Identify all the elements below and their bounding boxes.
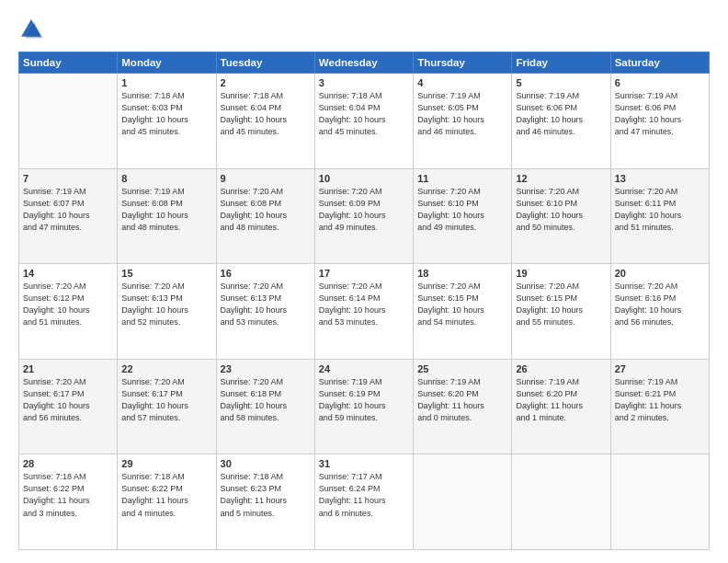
day-number: 27 (615, 363, 705, 374)
calendar-day-cell: 3Sunrise: 7:18 AMSunset: 6:04 PMDaylight… (314, 74, 413, 169)
calendar-day-cell: 19Sunrise: 7:20 AMSunset: 6:15 PMDayligh… (512, 264, 610, 360)
day-detail: Sunrise: 7:17 AMSunset: 6:24 PMDaylight:… (319, 471, 409, 519)
weekday-header-monday: Monday (118, 52, 216, 74)
calendar-day-cell: 7Sunrise: 7:19 AMSunset: 6:07 PMDaylight… (19, 168, 118, 264)
day-detail: Sunrise: 7:18 AMSunset: 6:23 PMDaylight:… (221, 471, 311, 519)
day-detail: Sunrise: 7:18 AMSunset: 6:22 PMDaylight:… (121, 471, 211, 519)
calendar-week-row: 1Sunrise: 7:18 AMSunset: 6:03 PMDaylight… (19, 74, 710, 169)
calendar-day-cell: 1Sunrise: 7:18 AMSunset: 6:03 PMDaylight… (118, 74, 216, 169)
day-detail: Sunrise: 7:19 AMSunset: 6:19 PMDaylight:… (319, 376, 409, 424)
calendar-day-cell: 16Sunrise: 7:20 AMSunset: 6:13 PMDayligh… (216, 264, 314, 360)
day-detail: Sunrise: 7:20 AMSunset: 6:12 PMDaylight:… (23, 281, 113, 328)
calendar-day-cell: 4Sunrise: 7:19 AMSunset: 6:05 PMDaylight… (414, 74, 512, 169)
day-detail: Sunrise: 7:19 AMSunset: 6:20 PMDaylight:… (417, 376, 507, 424)
day-detail: Sunrise: 7:18 AMSunset: 6:03 PMDaylight:… (121, 90, 211, 138)
day-number: 18 (417, 268, 507, 279)
day-detail: Sunrise: 7:18 AMSunset: 6:04 PMDaylight:… (221, 90, 311, 138)
day-detail: Sunrise: 7:18 AMSunset: 6:22 PMDaylight:… (23, 471, 113, 519)
day-detail: Sunrise: 7:20 AMSunset: 6:10 PMDaylight:… (417, 186, 507, 234)
calendar-day-cell: 31Sunrise: 7:17 AMSunset: 6:24 PMDayligh… (314, 454, 413, 550)
calendar-day-cell: 23Sunrise: 7:20 AMSunset: 6:18 PMDayligh… (216, 359, 314, 454)
day-number: 14 (23, 268, 113, 279)
calendar-day-cell: 10Sunrise: 7:20 AMSunset: 6:09 PMDayligh… (314, 168, 413, 264)
calendar-header-row: SundayMondayTuesdayWednesdayThursdayFrid… (19, 52, 710, 74)
day-detail: Sunrise: 7:19 AMSunset: 6:07 PMDaylight:… (23, 186, 113, 234)
day-detail: Sunrise: 7:19 AMSunset: 6:20 PMDaylight:… (516, 376, 606, 424)
day-number: 7 (23, 173, 113, 184)
calendar-day-cell (414, 454, 512, 550)
day-number: 8 (121, 173, 211, 184)
day-number: 2 (221, 77, 311, 88)
day-number: 5 (516, 77, 606, 88)
day-detail: Sunrise: 7:20 AMSunset: 6:16 PMDaylight:… (615, 281, 705, 328)
calendar-week-row: 7Sunrise: 7:19 AMSunset: 6:07 PMDaylight… (19, 168, 710, 264)
calendar-day-cell: 12Sunrise: 7:20 AMSunset: 6:10 PMDayligh… (512, 168, 610, 264)
day-detail: Sunrise: 7:19 AMSunset: 6:06 PMDaylight:… (516, 90, 606, 138)
day-detail: Sunrise: 7:20 AMSunset: 6:10 PMDaylight:… (516, 186, 606, 234)
day-detail: Sunrise: 7:18 AMSunset: 6:04 PMDaylight:… (319, 90, 409, 138)
calendar-day-cell: 17Sunrise: 7:20 AMSunset: 6:14 PMDayligh… (314, 264, 413, 360)
day-number: 6 (615, 77, 705, 88)
day-detail: Sunrise: 7:19 AMSunset: 6:05 PMDaylight:… (417, 90, 507, 138)
day-detail: Sunrise: 7:20 AMSunset: 6:15 PMDaylight:… (516, 281, 606, 328)
calendar-day-cell: 15Sunrise: 7:20 AMSunset: 6:13 PMDayligh… (118, 264, 216, 360)
calendar-day-cell: 22Sunrise: 7:20 AMSunset: 6:17 PMDayligh… (118, 359, 216, 454)
calendar-week-row: 14Sunrise: 7:20 AMSunset: 6:12 PMDayligh… (19, 264, 710, 360)
day-number: 10 (319, 173, 409, 184)
calendar-day-cell: 26Sunrise: 7:19 AMSunset: 6:20 PMDayligh… (512, 359, 610, 454)
day-number: 30 (221, 458, 311, 469)
day-number: 25 (417, 363, 507, 374)
weekday-header-saturday: Saturday (610, 52, 709, 74)
calendar-day-cell: 8Sunrise: 7:19 AMSunset: 6:08 PMDaylight… (118, 168, 216, 264)
calendar-day-cell: 14Sunrise: 7:20 AMSunset: 6:12 PMDayligh… (19, 264, 118, 360)
calendar-day-cell: 11Sunrise: 7:20 AMSunset: 6:10 PMDayligh… (414, 168, 512, 264)
calendar-table: SundayMondayTuesdayWednesdayThursdayFrid… (18, 52, 710, 550)
calendar-day-cell: 13Sunrise: 7:20 AMSunset: 6:11 PMDayligh… (610, 168, 709, 264)
day-detail: Sunrise: 7:19 AMSunset: 6:21 PMDaylight:… (615, 376, 705, 424)
day-detail: Sunrise: 7:20 AMSunset: 6:17 PMDaylight:… (23, 376, 113, 424)
weekday-header-sunday: Sunday (19, 52, 118, 74)
page: SundayMondayTuesdayWednesdayThursdayFrid… (0, 0, 728, 563)
weekday-header-friday: Friday (512, 52, 610, 74)
calendar-day-cell: 21Sunrise: 7:20 AMSunset: 6:17 PMDayligh… (19, 359, 118, 454)
calendar-day-cell: 18Sunrise: 7:20 AMSunset: 6:15 PMDayligh… (414, 264, 512, 360)
calendar-day-cell: 28Sunrise: 7:18 AMSunset: 6:22 PMDayligh… (19, 454, 118, 550)
day-detail: Sunrise: 7:20 AMSunset: 6:08 PMDaylight:… (221, 186, 311, 234)
day-number: 22 (121, 363, 211, 374)
header (18, 17, 710, 42)
day-detail: Sunrise: 7:20 AMSunset: 6:17 PMDaylight:… (121, 376, 211, 424)
day-detail: Sunrise: 7:20 AMSunset: 6:13 PMDaylight:… (221, 281, 311, 328)
day-number: 20 (615, 268, 705, 279)
day-detail: Sunrise: 7:20 AMSunset: 6:18 PMDaylight:… (221, 376, 311, 424)
day-detail: Sunrise: 7:19 AMSunset: 6:06 PMDaylight:… (615, 90, 705, 138)
logo-icon (18, 17, 44, 42)
calendar-day-cell: 25Sunrise: 7:19 AMSunset: 6:20 PMDayligh… (414, 359, 512, 454)
day-number: 11 (417, 173, 507, 184)
day-number: 4 (417, 77, 507, 88)
calendar-day-cell: 24Sunrise: 7:19 AMSunset: 6:19 PMDayligh… (314, 359, 413, 454)
calendar-day-cell: 27Sunrise: 7:19 AMSunset: 6:21 PMDayligh… (610, 359, 709, 454)
day-number: 9 (221, 173, 311, 184)
calendar-week-row: 21Sunrise: 7:20 AMSunset: 6:17 PMDayligh… (19, 359, 710, 454)
day-number: 21 (23, 363, 113, 374)
calendar-day-cell: 2Sunrise: 7:18 AMSunset: 6:04 PMDaylight… (216, 74, 314, 169)
calendar-day-cell (610, 454, 709, 550)
calendar-day-cell (512, 454, 610, 550)
day-number: 29 (121, 458, 211, 469)
day-number: 3 (319, 77, 409, 88)
calendar-day-cell (19, 74, 118, 169)
day-detail: Sunrise: 7:20 AMSunset: 6:11 PMDaylight:… (615, 186, 705, 234)
calendar-day-cell: 30Sunrise: 7:18 AMSunset: 6:23 PMDayligh… (216, 454, 314, 550)
day-number: 12 (516, 173, 606, 184)
day-number: 1 (121, 77, 211, 88)
calendar-day-cell: 6Sunrise: 7:19 AMSunset: 6:06 PMDaylight… (610, 74, 709, 169)
day-number: 24 (319, 363, 409, 374)
day-detail: Sunrise: 7:19 AMSunset: 6:08 PMDaylight:… (121, 186, 211, 234)
calendar-day-cell: 29Sunrise: 7:18 AMSunset: 6:22 PMDayligh… (118, 454, 216, 550)
day-detail: Sunrise: 7:20 AMSunset: 6:14 PMDaylight:… (319, 281, 409, 328)
day-detail: Sunrise: 7:20 AMSunset: 6:09 PMDaylight:… (319, 186, 409, 234)
day-detail: Sunrise: 7:20 AMSunset: 6:15 PMDaylight:… (417, 281, 507, 328)
logo (18, 17, 48, 42)
day-number: 13 (615, 173, 705, 184)
day-number: 28 (23, 458, 113, 469)
